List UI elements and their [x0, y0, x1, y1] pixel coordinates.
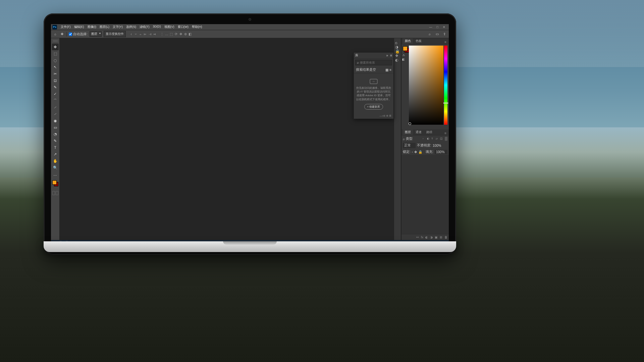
- tool-12[interactable]: ▭: [52, 124, 59, 131]
- filter-adjust-icon[interactable]: ◐: [427, 137, 430, 140]
- menu-编辑E[interactable]: 编辑(E): [72, 24, 86, 30]
- tool-9[interactable]: ⟋: [52, 104, 59, 111]
- create-library-button[interactable]: + 创建新库: [364, 104, 383, 110]
- library-filter-label[interactable]: 搜索结果是空: [356, 67, 376, 72]
- tool-0[interactable]: ✥: [52, 44, 59, 50]
- move-tool-icon[interactable]: ✥: [60, 32, 64, 37]
- layer-style-icon[interactable]: fx: [421, 236, 423, 239]
- menu-3DD[interactable]: 3D(D): [151, 24, 163, 30]
- home-icon[interactable]: ⌂: [53, 32, 58, 37]
- saturation-brightness-field[interactable]: [409, 46, 443, 125]
- panel-menu-icon[interactable]: ≡: [390, 54, 392, 57]
- dock-icon-2[interactable]: 🔒: [395, 49, 400, 54]
- search-icon[interactable]: ⌕: [427, 32, 432, 37]
- color-swatches[interactable]: [52, 180, 58, 186]
- menu-滤镜T[interactable]: 滤镜(T): [138, 24, 151, 30]
- auto-select-checkbox[interactable]: 自动选择:: [69, 32, 88, 37]
- menu-帮助H[interactable]: 帮助(H): [190, 24, 204, 30]
- link-layers-icon[interactable]: ⚯: [416, 236, 419, 239]
- extra-icon[interactable]: ⊕: [183, 32, 187, 36]
- filter-smart-icon[interactable]: ◫: [440, 137, 443, 140]
- tool-3[interactable]: ↖: [52, 64, 59, 70]
- tool-17[interactable]: ✋: [52, 158, 59, 164]
- align-top-icon[interactable]: ⫢: [143, 32, 147, 36]
- workspace-icon[interactable]: ▭: [435, 32, 439, 37]
- foreground-color[interactable]: [52, 180, 57, 185]
- menu-文字Y[interactable]: 文字(Y): [111, 24, 124, 30]
- filter-shape-icon[interactable]: ▱: [436, 137, 439, 140]
- tool-19[interactable]: …: [52, 171, 59, 178]
- lock-position-icon[interactable]: ✥: [414, 150, 417, 154]
- adjustment-layer-icon[interactable]: ◑: [430, 236, 433, 239]
- tool-16[interactable]: ↗: [52, 151, 59, 158]
- menu-视图V[interactable]: 视图(V): [163, 24, 176, 30]
- websafe-icon[interactable]: ◧: [402, 58, 405, 61]
- minimize-button[interactable]: —: [429, 25, 433, 29]
- menu-文件F[interactable]: 文件(F): [59, 24, 72, 30]
- filter-pixel-icon[interactable]: ▫: [423, 137, 426, 140]
- tool-18[interactable]: 🔍: [52, 164, 59, 171]
- layer-kind-filter[interactable]: ⌕类型: [403, 136, 421, 141]
- library-search-input[interactable]: ⌕: [355, 60, 392, 65]
- menu-窗口W[interactable]: 窗口(W): [176, 24, 191, 30]
- fill-value[interactable]: 100%: [435, 150, 447, 154]
- canvas-area[interactable]: 库 » ≡ ⌕: [60, 38, 394, 240]
- tool-7[interactable]: ✓: [52, 90, 59, 97]
- lock-all-icon[interactable]: 🔒: [418, 150, 422, 154]
- tab-channels[interactable]: 通道: [414, 129, 424, 135]
- collapse-panel-icon[interactable]: »: [386, 54, 388, 57]
- menu-图层L[interactable]: 图层(L): [98, 24, 111, 30]
- toolbox-grip-icon[interactable]: [53, 40, 58, 42]
- tool-15[interactable]: T: [52, 144, 59, 151]
- close-button[interactable]: ✕: [442, 25, 446, 29]
- libraries-tab[interactable]: 库: [355, 53, 358, 58]
- list-view-icon[interactable]: ≡: [389, 68, 391, 72]
- dock-icon-0[interactable]: ⎋: [395, 41, 400, 45]
- align-center-h-icon[interactable]: ⫟: [134, 32, 138, 36]
- quickmask-toggle[interactable]: [52, 191, 58, 195]
- gamut-warning-icon[interactable]: ⚠: [402, 54, 405, 57]
- 3d-mode-icon[interactable]: ⬚: [169, 32, 173, 36]
- sb-handle[interactable]: [409, 122, 411, 125]
- align-left-icon[interactable]: ⫞: [129, 32, 133, 36]
- dock-icon-3[interactable]: ❖: [395, 54, 400, 58]
- tool-4[interactable]: ✂: [52, 70, 59, 77]
- hue-slider[interactable]: [444, 46, 447, 125]
- layer-list[interactable]: [401, 155, 449, 234]
- show-transform-button[interactable]: 显示变换控件: [104, 31, 126, 37]
- menu-图像I[interactable]: 图像(I): [86, 24, 98, 30]
- auto-select-target-dropdown[interactable]: 图层: [90, 31, 102, 37]
- align-middle-icon[interactable]: ⫣: [148, 32, 152, 36]
- menu-选择S[interactable]: 选择(S): [124, 24, 138, 30]
- share-icon[interactable]: ⇪: [442, 32, 447, 37]
- tab-layers[interactable]: 图层: [403, 129, 413, 135]
- hue-handle[interactable]: [443, 103, 448, 104]
- opacity-value[interactable]: 100%: [433, 144, 441, 147]
- tool-6[interactable]: ✎: [52, 84, 59, 90]
- panel-menu-icon[interactable]: ≡: [443, 131, 447, 135]
- group-icon[interactable]: ▣: [435, 236, 438, 239]
- more-options-icon[interactable]: …: [165, 32, 169, 36]
- distribute-icon[interactable]: ⋮: [160, 32, 164, 36]
- tool-1[interactable]: ⬚: [52, 50, 59, 57]
- refresh-icon[interactable]: ⟳: [174, 32, 178, 36]
- delete-layer-icon[interactable]: 🗑: [444, 236, 447, 239]
- foreground-swatch[interactable]: [403, 46, 408, 51]
- tab-paths[interactable]: 路径: [424, 129, 434, 135]
- tool-5[interactable]: ⊡: [52, 77, 59, 84]
- zoom-icon[interactable]: ✥: [179, 32, 183, 36]
- layer-mask-icon[interactable]: ◐: [425, 236, 428, 239]
- align-right-icon[interactable]: ⫠: [139, 32, 143, 36]
- tool-10[interactable]: ⟋: [52, 111, 59, 117]
- filter-toggle[interactable]: [445, 137, 447, 141]
- maximize-button[interactable]: □: [435, 25, 439, 29]
- tool-13[interactable]: ◔: [52, 131, 59, 137]
- dock-icon-1[interactable]: ◑: [395, 45, 400, 49]
- tool-14[interactable]: ✎: [52, 137, 59, 144]
- lock-pixels-icon[interactable]: ▫: [412, 150, 413, 154]
- tool-11[interactable]: ◉: [52, 117, 59, 124]
- panel-menu-icon[interactable]: ≡: [443, 40, 447, 44]
- filter-type-icon[interactable]: T: [431, 137, 435, 140]
- tab-color[interactable]: 颜色: [403, 38, 413, 44]
- tab-swatches[interactable]: 色板: [414, 38, 424, 44]
